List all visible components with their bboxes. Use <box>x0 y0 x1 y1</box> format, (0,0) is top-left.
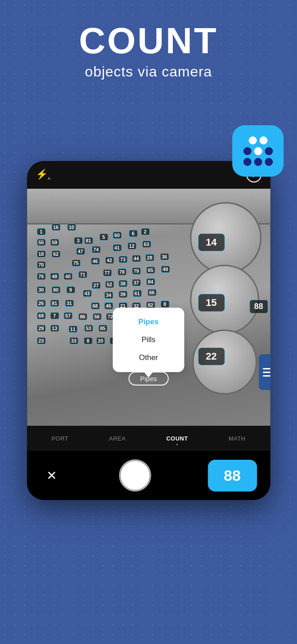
num-2: 2 <box>141 228 150 235</box>
num-76: 76 <box>37 273 46 280</box>
num-9: 9 <box>66 286 75 293</box>
num-60: 60 <box>113 232 121 239</box>
num-84: 84 <box>146 278 155 285</box>
num-34: 34 <box>104 292 113 299</box>
num-37: 37 <box>132 279 141 286</box>
main-subtitle: objects via camera <box>18 64 279 80</box>
dot-mid-center <box>254 147 262 155</box>
num-31: 31 <box>65 300 74 307</box>
count-result-button[interactable]: 88 <box>208 460 257 491</box>
num-52: 52 <box>105 281 114 288</box>
num-81b: 81 <box>84 237 93 244</box>
num-13: 13 <box>50 325 59 332</box>
num-7: 7 <box>50 312 59 319</box>
num-1: 1 <box>37 228 46 235</box>
bottom-nav: PORT AREA COUNT MATH <box>27 426 270 451</box>
num-66: 66 <box>147 289 156 296</box>
dot-bot-center <box>254 158 262 166</box>
num-6: 6 <box>129 230 138 237</box>
num-63: 63 <box>142 241 151 248</box>
num-62: 62 <box>51 250 60 258</box>
category-dropdown[interactable]: Pipes Pills Other <box>113 308 184 372</box>
num-27: 27 <box>92 282 100 289</box>
num-42: 42 <box>105 257 114 264</box>
num-74: 74 <box>92 246 100 253</box>
num-80: 80 <box>51 286 60 293</box>
num-46: 46 <box>91 258 100 265</box>
camera-view: 1 16 10 55 59 3 81 5 60 6 2 18 62 47 74 … <box>27 189 270 426</box>
dot-bot-left <box>243 158 251 166</box>
nav-math[interactable]: MATH <box>224 432 250 445</box>
num-10: 10 <box>67 224 76 231</box>
num-75: 75 <box>71 259 80 267</box>
bottom-actions: ✕ 88 <box>27 451 270 500</box>
num-11: 11 <box>68 326 77 333</box>
num-39: 39 <box>118 291 127 298</box>
num-5: 5 <box>99 233 108 241</box>
app-icon-dots <box>243 136 273 166</box>
num-33: 33 <box>69 337 78 344</box>
num-79: 79 <box>132 267 141 275</box>
app-icon[interactable] <box>232 125 284 177</box>
dot-top-right <box>259 136 268 144</box>
nav-port[interactable]: PORT <box>47 432 73 445</box>
num-20: 20 <box>96 337 105 344</box>
main-title: COUNT <box>18 22 279 59</box>
num-22-large: 22 <box>198 347 225 365</box>
num-26: 26 <box>37 300 46 307</box>
dropdown-pipes[interactable]: Pipes <box>113 313 184 331</box>
num-43: 43 <box>83 290 92 297</box>
num-14-large: 14 <box>198 233 225 251</box>
num-16: 16 <box>51 224 60 231</box>
side-line-3 <box>263 375 270 377</box>
num-88-right: 88 <box>249 300 268 314</box>
num-68: 68 <box>91 302 100 309</box>
close-icon: ✕ <box>46 468 57 483</box>
num-57: 57 <box>63 312 72 319</box>
num-65: 65 <box>146 267 155 274</box>
num-49: 49 <box>161 266 170 273</box>
num-86: 86 <box>78 313 87 320</box>
num-3: 3 <box>74 237 83 244</box>
num-59: 59 <box>50 239 59 246</box>
num-44: 44 <box>132 255 141 262</box>
nav-count[interactable]: COUNT <box>162 432 192 445</box>
num-30: 30 <box>37 286 46 293</box>
nav-area[interactable]: AREA <box>105 432 130 445</box>
dropdown-pills[interactable]: Pills <box>113 331 184 349</box>
num-70: 70 <box>37 261 46 268</box>
num-36: 36 <box>160 253 169 260</box>
num-15-large: 15 <box>198 294 225 312</box>
num-77: 77 <box>103 269 112 276</box>
num-85: 85 <box>98 325 107 332</box>
num-29: 29 <box>37 325 46 332</box>
num-56: 56 <box>92 313 101 320</box>
dot-bot-right <box>265 158 273 166</box>
dot-top-left <box>249 136 257 144</box>
num-47: 47 <box>76 248 85 255</box>
num-40: 40 <box>63 273 72 280</box>
num-8c: 8 <box>84 337 92 344</box>
num-28: 28 <box>145 254 154 261</box>
num-53: 53 <box>84 325 93 332</box>
header: COUNT objects via camera <box>0 0 297 93</box>
num-18: 18 <box>37 250 46 258</box>
num-71: 71 <box>78 271 87 278</box>
num-73: 73 <box>118 256 127 263</box>
side-panel-icon <box>263 368 270 377</box>
dropdown-other[interactable]: Other <box>113 349 184 367</box>
num-23: 23 <box>37 337 46 344</box>
shutter-button[interactable] <box>119 459 151 491</box>
dot-mid-left <box>243 147 251 155</box>
num-38: 38 <box>118 280 127 287</box>
dropdown-arrow <box>144 372 153 377</box>
num-61: 61 <box>133 290 142 297</box>
side-panel[interactable] <box>259 354 270 390</box>
num-45: 45 <box>104 302 113 309</box>
flash-button[interactable]: ⚡A <box>36 169 50 181</box>
num-55: 55 <box>37 239 46 246</box>
flash-icon: ⚡A <box>36 169 50 180</box>
close-button[interactable]: ✕ <box>40 464 63 487</box>
side-line-2 <box>263 372 270 373</box>
num-69: 69 <box>37 312 46 319</box>
